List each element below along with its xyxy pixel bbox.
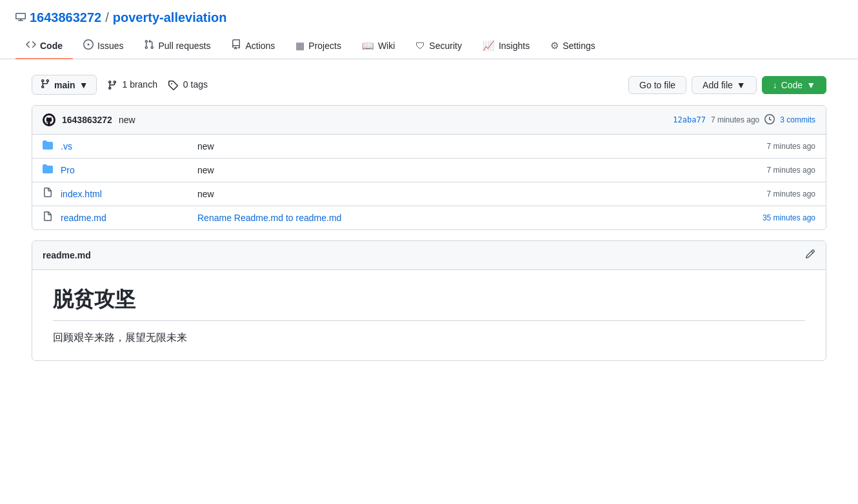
code-icon bbox=[26, 39, 36, 52]
tab-wiki[interactable]: 📖 Wiki bbox=[352, 33, 405, 59]
owner-link[interactable]: 1643863272 bbox=[30, 10, 101, 25]
file-name: Pro bbox=[61, 165, 190, 175]
readme-body: 脱贫攻坚 回顾艰辛来路，展望无限未来 bbox=[32, 270, 826, 360]
tab-code-label: Code bbox=[40, 41, 63, 51]
branch-bar: main ▼ 1 branch 0 tags bbox=[32, 75, 826, 95]
file-name: .vs bbox=[61, 141, 190, 151]
readme-filename: readme.md bbox=[43, 250, 91, 260]
commit-time: 7 minutes ago bbox=[711, 115, 759, 124]
branch-name: main bbox=[54, 80, 75, 90]
readme-header: readme.md bbox=[32, 241, 826, 270]
tab-projects[interactable]: ▦ Projects bbox=[285, 33, 352, 59]
add-file-caret-icon: ▼ bbox=[737, 80, 746, 90]
branch-caret-icon: ▼ bbox=[79, 80, 88, 90]
commits-label: commits bbox=[786, 115, 815, 124]
tab-settings-label: Settings bbox=[563, 41, 595, 51]
branch-meta: 1 branch 0 tags bbox=[107, 79, 208, 90]
tab-settings[interactable]: ⚙ Settings bbox=[540, 33, 606, 59]
tab-code[interactable]: Code bbox=[15, 33, 73, 59]
code-download-icon: ↓ bbox=[773, 80, 777, 90]
commit-hash[interactable]: 12aba77 bbox=[673, 115, 706, 124]
file-time: 7 minutes ago bbox=[767, 142, 815, 151]
pull-requests-icon bbox=[144, 39, 154, 52]
file-row: index.html new 7 minutes ago bbox=[32, 182, 826, 206]
code-button[interactable]: ↓ Code ▼ bbox=[762, 76, 826, 94]
file-time-link[interactable]: 35 minutes ago bbox=[763, 213, 815, 222]
slash: / bbox=[105, 10, 109, 25]
branches-count: 1 bbox=[122, 79, 127, 90]
file-commit-msg: new bbox=[197, 165, 759, 175]
commit-avatar bbox=[43, 113, 55, 126]
file-link[interactable]: Pro bbox=[61, 165, 75, 175]
page-header: 1643863272 / poverty-alleviation Code bbox=[0, 0, 858, 59]
tab-actions-label: Actions bbox=[245, 41, 275, 51]
file-time: 7 minutes ago bbox=[767, 166, 815, 175]
tags-link[interactable]: 0 tags bbox=[168, 79, 208, 90]
repo-title: 1643863272 / poverty-alleviation bbox=[15, 10, 843, 25]
tab-security[interactable]: 🛡 Security bbox=[405, 33, 472, 59]
file-row: readme.md Rename Readme.md to readme.md … bbox=[32, 206, 826, 229]
branch-bar-left: main ▼ 1 branch 0 tags bbox=[32, 75, 208, 95]
code-caret-icon: ▼ bbox=[806, 80, 815, 90]
security-icon: 🛡 bbox=[415, 40, 425, 51]
branch-selector[interactable]: main ▼ bbox=[32, 75, 97, 95]
folder-icon bbox=[43, 140, 53, 153]
file-doc-icon bbox=[43, 188, 53, 200]
tab-security-label: Security bbox=[429, 41, 462, 51]
commit-msg-link[interactable]: Rename Readme.md to readme.md bbox=[197, 213, 341, 223]
edit-readme-button[interactable] bbox=[805, 249, 815, 262]
tab-wiki-label: Wiki bbox=[378, 41, 395, 51]
tab-projects-label: Projects bbox=[308, 41, 341, 51]
clock-icon bbox=[764, 114, 775, 126]
file-link[interactable]: .vs bbox=[61, 141, 72, 151]
commit-header-row: 1643863272 new 12aba77 7 minutes ago 3 c… bbox=[32, 106, 826, 135]
tab-pull-requests-label: Pull requests bbox=[158, 41, 210, 51]
file-name: index.html bbox=[61, 189, 190, 199]
tab-issues-label: Issues bbox=[97, 41, 123, 51]
tab-insights-label: Insights bbox=[499, 41, 530, 51]
commits-link[interactable]: 3 commits bbox=[780, 115, 815, 124]
tab-insights[interactable]: 📈 Insights bbox=[472, 33, 540, 59]
tags-label: tags bbox=[191, 79, 208, 90]
repo-nav: Code Issues Pull requests bbox=[15, 33, 843, 59]
file-table: 1643863272 new 12aba77 7 minutes ago 3 c… bbox=[32, 105, 826, 230]
branch-bar-right: Go to file Add file ▼ ↓ Code ▼ bbox=[628, 76, 826, 94]
code-button-label: Code bbox=[781, 80, 803, 90]
tags-count: 0 bbox=[183, 79, 188, 90]
insights-icon: 📈 bbox=[483, 40, 495, 52]
go-to-file-button[interactable]: Go to file bbox=[628, 76, 686, 94]
readme-paragraph: 回顾艰辛来路，展望无限未来 bbox=[53, 331, 805, 345]
file-name: readme.md bbox=[61, 213, 190, 223]
folder-icon bbox=[43, 164, 53, 177]
file-row: Pro new 7 minutes ago bbox=[32, 159, 826, 182]
file-link[interactable]: index.html bbox=[61, 189, 102, 199]
settings-icon: ⚙ bbox=[550, 40, 559, 52]
actions-icon bbox=[231, 39, 241, 52]
file-time: 7 minutes ago bbox=[767, 189, 815, 199]
file-commit-msg: new bbox=[197, 189, 759, 199]
file-link[interactable]: readme.md bbox=[61, 213, 106, 223]
commit-message: new bbox=[119, 115, 135, 125]
file-commit-msg: new bbox=[197, 141, 759, 151]
file-doc-icon bbox=[43, 211, 53, 224]
file-commit-msg: Rename Readme.md to readme.md bbox=[197, 213, 755, 223]
projects-icon: ▦ bbox=[295, 40, 304, 52]
file-row: .vs new 7 minutes ago bbox=[32, 135, 826, 159]
commits-count: 3 bbox=[780, 115, 784, 124]
branch-selector-icon bbox=[40, 79, 50, 91]
branches-label: branch bbox=[130, 79, 157, 90]
tab-actions[interactable]: Actions bbox=[221, 33, 285, 59]
readme-heading: 脱贫攻坚 bbox=[53, 286, 805, 321]
add-file-button[interactable]: Add file ▼ bbox=[692, 76, 757, 94]
commit-meta: 12aba77 7 minutes ago 3 commits bbox=[673, 114, 815, 126]
tab-pull-requests[interactable]: Pull requests bbox=[134, 33, 221, 59]
issues-icon bbox=[83, 39, 94, 52]
readme-section: readme.md 脱贫攻坚 回顾艰辛来路，展望无限未来 bbox=[32, 240, 826, 361]
tab-issues[interactable]: Issues bbox=[73, 33, 134, 59]
file-time: 35 minutes ago bbox=[763, 213, 815, 222]
branches-link[interactable]: 1 branch bbox=[107, 79, 157, 90]
commit-author[interactable]: 1643863272 bbox=[62, 115, 112, 125]
repo-name-link[interactable]: poverty-alleviation bbox=[113, 10, 227, 25]
wiki-icon: 📖 bbox=[362, 40, 374, 52]
nav-tabs: Code Issues Pull requests bbox=[15, 33, 843, 59]
